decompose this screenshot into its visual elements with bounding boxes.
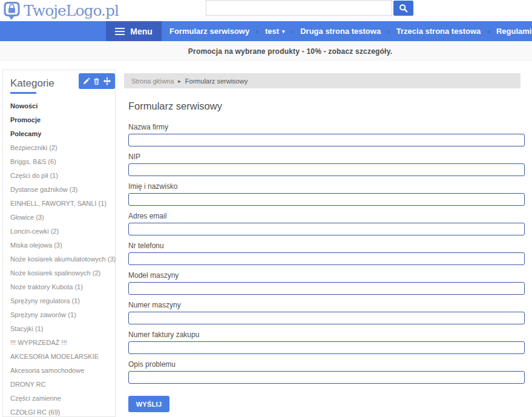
form-field: Numer maszyny bbox=[128, 301, 525, 324]
sidebar-category-item[interactable]: Dystanse gaźników (3) bbox=[3, 183, 115, 197]
move-button[interactable] bbox=[103, 77, 112, 86]
sidebar-header: Kategorie bbox=[3, 70, 115, 94]
field-label: Nazwa firmy bbox=[128, 123, 525, 131]
form-text-input[interactable] bbox=[128, 163, 525, 176]
breadcrumb: Strona główna ▸ Formularz serwisowy bbox=[124, 73, 521, 88]
nav-item[interactable]: Druga strona testowa ▾ bbox=[285, 27, 381, 36]
sidebar-category-item[interactable]: Sprężyny zaworów (1) bbox=[3, 308, 115, 322]
sidebar-category-item[interactable]: Bezpieczniki (2) bbox=[3, 141, 115, 155]
trash-icon bbox=[93, 77, 100, 85]
menu-button-label: Menu bbox=[130, 27, 153, 36]
sidebar-category-item[interactable]: Głowice (3) bbox=[3, 211, 115, 225]
pencil-icon bbox=[82, 77, 90, 85]
field-label: Opis problemu bbox=[128, 360, 525, 369]
form-field: Nr telefonu bbox=[128, 241, 525, 265]
title-underline bbox=[10, 92, 36, 94]
edit-button[interactable] bbox=[82, 77, 91, 86]
sidebar-category-item[interactable]: Noże kosiarek akumulatotowych (3) bbox=[3, 252, 115, 266]
form-field: Imię i nazwisko bbox=[128, 182, 525, 206]
field-label: Imię i nazwisko bbox=[128, 182, 525, 191]
sidebar-category-item[interactable]: Noże traktory Kubota (1) bbox=[3, 280, 115, 294]
sidebar-category-item[interactable]: Loncin-cewki (2) bbox=[3, 225, 115, 238]
site-logo[interactable]: TwojeLogo.pl bbox=[3, 1, 119, 21]
breadcrumb-current: Formularz serwisowy bbox=[185, 77, 248, 85]
search-icon bbox=[399, 4, 408, 13]
field-label: Model maszyny bbox=[128, 271, 525, 280]
logo-text: TwojeLogo.pl bbox=[24, 2, 119, 20]
delete-button[interactable] bbox=[92, 77, 101, 86]
field-label: NIP bbox=[128, 153, 525, 161]
category-list: Nowości Promocje Polecamy Bezpieczniki (… bbox=[3, 99, 115, 417]
form-text-input[interactable] bbox=[128, 282, 525, 295]
sidebar-category-item[interactable]: !!! WYPRZEDAŻ !!! bbox=[3, 336, 115, 350]
form-field: Opis problemu bbox=[128, 360, 525, 384]
search-button[interactable] bbox=[393, 1, 413, 16]
nav-item-label: Formularz serwisowy bbox=[169, 27, 249, 36]
form-text-input[interactable] bbox=[128, 223, 525, 235]
breadcrumb-home-link[interactable]: Strona główna bbox=[131, 77, 174, 85]
sidebar-category-item[interactable]: Sprężyny regulatora (1) bbox=[3, 294, 115, 308]
nav-item[interactable]: Regulamin sklepu ▾ bbox=[481, 27, 532, 36]
page-title: Formularz serwisowy bbox=[128, 100, 525, 112]
main-content: Strona główna ▸ Formularz serwisowy Form… bbox=[124, 73, 525, 412]
submit-button[interactable]: WYŚLIJ bbox=[128, 396, 169, 412]
field-label: Nr telefonu bbox=[128, 241, 525, 250]
categories-sidebar: Kategorie bbox=[2, 70, 116, 417]
sidebar-category-item[interactable]: Noże kosiarek spalinowych (2) bbox=[3, 266, 115, 280]
sidebar-admin-toolbar bbox=[79, 73, 115, 89]
field-label: Numer maszyny bbox=[128, 301, 525, 309]
sidebar-category-item[interactable]: DRONY RC bbox=[3, 378, 115, 392]
nav-item[interactable]: Formularz serwisowy ▾ bbox=[169, 27, 249, 36]
form-text-input[interactable] bbox=[128, 134, 525, 146]
nav-item-label: Trzecia strona testowa bbox=[396, 27, 481, 36]
nav-item-label: test bbox=[265, 27, 279, 36]
form-text-input[interactable] bbox=[128, 252, 525, 265]
sidebar-category-item[interactable]: Promocje bbox=[3, 113, 115, 127]
sidebar-category-item[interactable]: Polecamy bbox=[3, 127, 115, 141]
sidebar-category-item[interactable]: Miska olejowa (3) bbox=[3, 238, 115, 252]
site-header: TwojeLogo.pl bbox=[0, 0, 532, 21]
sidebar-category-item[interactable]: EINHELL, FAWORYT, SANLI (1) bbox=[3, 197, 115, 211]
form-text-input[interactable] bbox=[128, 312, 525, 324]
service-form: Nazwa firmy NIP Imię i nazwisko Adres em… bbox=[128, 123, 525, 384]
nav-item-label: Regulamin sklepu bbox=[496, 27, 532, 36]
promo-text: Promocja na wybrane produkty - 10% - zob… bbox=[188, 47, 392, 56]
nav-item[interactable]: test ▾ bbox=[249, 27, 284, 36]
main-navbar: Menu Formularz serwisowy ▾ test ▾ Druga … bbox=[0, 21, 532, 41]
menu-button[interactable]: Menu bbox=[106, 21, 162, 41]
service-form-section: Formularz serwisowy Nazwa firmy NIP Imię… bbox=[128, 100, 525, 412]
logo-icon bbox=[3, 1, 21, 21]
move-icon bbox=[103, 77, 111, 85]
form-field: Numer faktury zakupu bbox=[128, 330, 525, 354]
search-input[interactable] bbox=[206, 0, 392, 16]
form-field: Nazwa firmy bbox=[128, 123, 525, 146]
triangle-right-icon: ▸ bbox=[178, 78, 181, 84]
sidebar-category-item[interactable]: AKCESORIA MODELARSKIE bbox=[3, 350, 115, 364]
field-label: Adres email bbox=[128, 212, 525, 220]
nav-item-label: Druga strona testowa bbox=[300, 27, 381, 36]
sidebar-category-item[interactable]: Stacyjki (1) bbox=[3, 322, 115, 336]
sidebar-category-item[interactable]: Części zamienne bbox=[3, 392, 115, 406]
form-text-input[interactable] bbox=[128, 193, 525, 206]
hamburger-icon bbox=[115, 28, 125, 35]
form-text-input[interactable] bbox=[128, 341, 525, 354]
form-field: Adres email bbox=[128, 212, 525, 235]
nav-item[interactable]: Trzecia strona testowa ▾ bbox=[381, 27, 481, 36]
sidebar-category-item[interactable]: Części do pił (1) bbox=[3, 169, 115, 183]
promo-banner[interactable]: Promocja na wybrane produkty - 10% - zob… bbox=[0, 41, 532, 61]
sidebar-category-item[interactable]: Briggs, B&S (6) bbox=[3, 155, 115, 169]
form-field: NIP bbox=[128, 153, 525, 176]
sidebar-category-item[interactable]: CZOŁGI RC (69) bbox=[3, 406, 115, 417]
sidebar-category-item[interactable]: Akcesoria samochodowe bbox=[3, 364, 115, 378]
field-label: Numer faktury zakupu bbox=[128, 330, 525, 339]
sidebar-category-item[interactable]: Nowości bbox=[3, 99, 115, 113]
form-text-input[interactable] bbox=[128, 371, 525, 384]
nav-links: Formularz serwisowy ▾ test ▾ Druga stron… bbox=[162, 21, 532, 41]
form-field: Model maszyny bbox=[128, 271, 525, 295]
